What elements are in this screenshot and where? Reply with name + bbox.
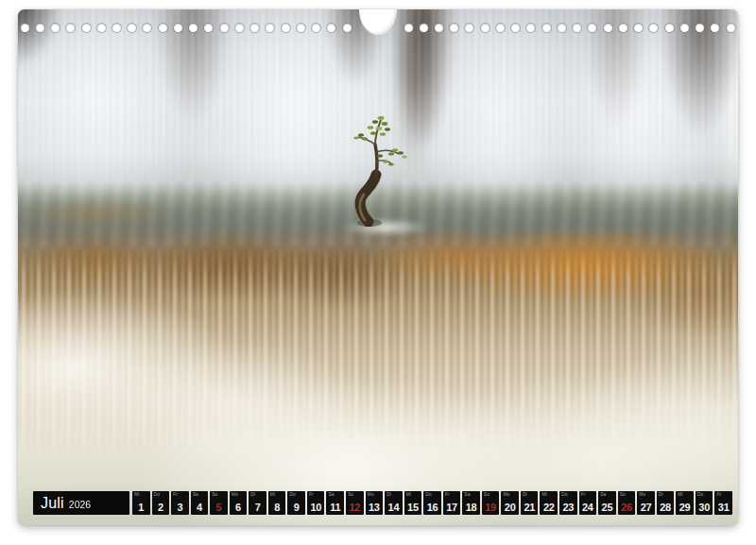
weekday-abbr: Do (425, 492, 431, 497)
punch-hole (235, 24, 244, 32)
day-cell-20: Mo20 (501, 491, 519, 515)
punch-hole (665, 24, 674, 32)
day-cell-5: So5 (210, 491, 228, 515)
weekday-abbr: Sa (328, 492, 334, 497)
weekday-abbr: Fr (309, 492, 314, 497)
punch-hole (128, 24, 136, 32)
day-number: 15 (404, 502, 422, 513)
punch-hole (696, 24, 704, 32)
day-number: 20 (501, 502, 519, 513)
punch-hole (526, 24, 535, 32)
weekday-abbr: Sa (193, 492, 198, 497)
weekday-abbr: Sa (464, 492, 470, 497)
date-strip: Juli 2026 Mi1Do2Fr3Sa4So5Mo6Di7Mi8Do9Fr1… (33, 491, 732, 515)
weekday-abbr: Mi (678, 492, 682, 497)
day-number: 6 (230, 502, 248, 513)
weekday-abbr: Mo (368, 492, 374, 497)
weekday-abbr: Do (561, 492, 567, 497)
day-cell-4: Sa4 (191, 491, 209, 515)
day-number: 7 (249, 502, 266, 513)
day-cell-30: Do30 (696, 491, 713, 515)
day-cell-26: So26 (618, 491, 636, 515)
weekday-abbr: Do (154, 492, 160, 497)
punch-hole (680, 24, 689, 32)
day-cell-21: Di21 (521, 491, 539, 515)
punch-hole (711, 24, 719, 32)
punch-hole (649, 24, 658, 32)
weekday-abbr: Di (659, 492, 663, 497)
punch-hole (727, 24, 735, 32)
punch-hole (51, 24, 60, 32)
punch-hole (143, 24, 151, 32)
weekday-abbr: So (348, 492, 353, 497)
weekday-abbr: Mi (541, 492, 546, 497)
day-number: 8 (268, 502, 286, 513)
weekday-abbr: Mo (503, 492, 509, 497)
day-cell-31: Fr31 (714, 491, 732, 515)
day-cell-1: Mi1 (132, 491, 150, 515)
day-number: 14 (385, 502, 403, 513)
punch-hole (189, 24, 198, 32)
day-number: 2 (152, 502, 170, 513)
punch-hole (327, 24, 335, 32)
day-number: 3 (171, 502, 189, 513)
month-year-label: Juli 2026 (33, 491, 129, 515)
day-number: 11 (326, 502, 344, 513)
day-cell-16: Do16 (423, 491, 441, 515)
calendar-photo: Juli 2026 Mi1Do2Fr3Sa4So5Mo6Di7Mi8Do9Fr1… (18, 9, 738, 525)
weekday-abbr: So (212, 492, 217, 497)
weekday-abbr: Sa (600, 492, 606, 497)
punch-hole (588, 24, 596, 32)
day-number: 30 (696, 502, 713, 513)
weekday-abbr: Di (387, 492, 391, 497)
punch-hole (558, 24, 566, 32)
day-cell-11: Sa11 (326, 491, 344, 515)
day-number: 17 (443, 502, 461, 513)
punch-hole (266, 24, 274, 32)
day-cell-22: Mi22 (540, 491, 558, 515)
day-cell-10: Fr10 (307, 491, 325, 515)
weekday-abbr: Fr (716, 492, 721, 497)
photo-layer-golden-rocks (18, 231, 738, 345)
day-number: 5 (210, 502, 228, 513)
weekday-abbr: Mo (232, 492, 238, 497)
day-number: 26 (618, 502, 636, 513)
punch-hole (481, 24, 490, 32)
day-cell-8: Mi8 (268, 491, 286, 515)
punch-hole (435, 24, 443, 32)
punch-hole (604, 24, 612, 32)
day-number: 18 (462, 502, 480, 513)
punch-hole (450, 24, 458, 32)
month-label: Juli (41, 491, 64, 515)
punch-hole (112, 24, 121, 32)
day-number: 25 (598, 502, 616, 513)
day-number: 27 (637, 502, 655, 513)
punch-hole (634, 24, 643, 32)
punch-hole (619, 24, 627, 32)
day-number: 23 (559, 502, 577, 513)
hanger-cutout (359, 9, 397, 35)
day-number: 24 (579, 502, 597, 513)
calendar-page: Juli 2026 Mi1Do2Fr3Sa4So5Mo6Di7Mi8Do9Fr1… (0, 0, 756, 545)
weekday-abbr: Mi (134, 492, 139, 497)
day-number: 16 (423, 502, 441, 513)
weekday-abbr: Di (250, 492, 255, 497)
day-cell-12: So12 (346, 491, 364, 515)
day-cell-25: Sa25 (598, 491, 616, 515)
weekday-abbr: Fr (445, 492, 450, 497)
weekday-abbr: Fr (581, 492, 586, 497)
day-number: 28 (657, 502, 675, 513)
day-number: 19 (482, 502, 500, 513)
punch-hole (511, 24, 520, 32)
day-cell-17: Fr17 (443, 491, 461, 515)
year-label: 2026 (69, 499, 91, 510)
punch-hole (36, 24, 44, 32)
day-number: 21 (521, 502, 539, 513)
day-number: 12 (346, 502, 364, 513)
weekday-abbr: So (620, 492, 626, 497)
punch-hole (66, 24, 75, 32)
day-cell-18: Sa18 (462, 491, 480, 515)
punch-hole (465, 24, 473, 32)
punch-hole (542, 24, 551, 32)
weekday-abbr: Fr (173, 492, 178, 497)
